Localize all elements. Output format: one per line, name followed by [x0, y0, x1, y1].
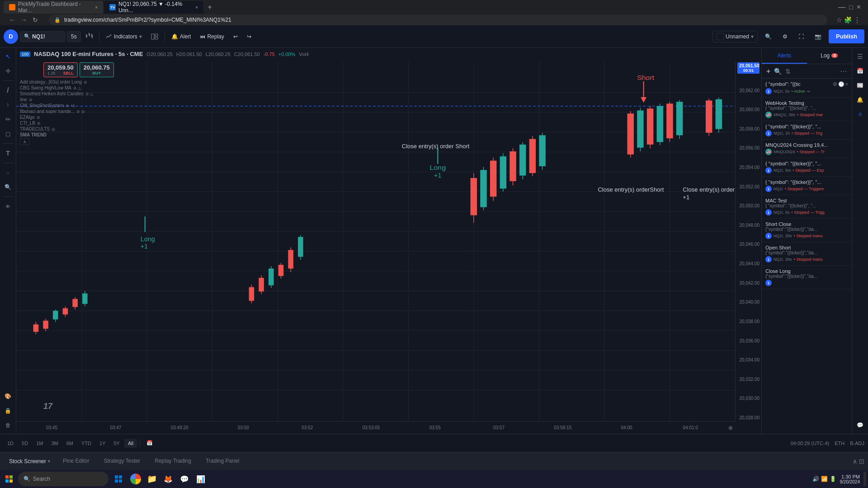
- extensions-icon[interactable]: 🧩: [844, 16, 852, 23]
- tab-strategy-tester[interactable]: Strategy Tester: [97, 454, 147, 469]
- right-alerts-bell-icon[interactable]: 🔔: [854, 93, 867, 107]
- watchlist-tool[interactable]: 👁: [1, 200, 15, 213]
- indicator-collapse[interactable]: ∧: [20, 138, 93, 145]
- shapes-tool[interactable]: ◻: [1, 127, 15, 141]
- buy-price-box[interactable]: 20,060.75 BUY: [80, 62, 114, 77]
- taskbar-view-button[interactable]: [111, 472, 126, 486]
- alert-item-4[interactable]: MNQU2024 Crossing 19,4... 🇺🇸 MNQU2024 • …: [762, 140, 852, 158]
- alert-1-settings-icon[interactable]: ⚙: [833, 81, 837, 87]
- indicators-button[interactable]: Indicators ▾: [102, 31, 146, 42]
- tab-pine-editor[interactable]: Pine Editor: [56, 454, 97, 469]
- new-tab-button[interactable]: +: [204, 2, 215, 13]
- minimize-btn[interactable]: —: [838, 3, 845, 11]
- taskbar-search[interactable]: 🔍 Search: [18, 472, 108, 486]
- sell-price-box[interactable]: 20,059.50 1.25 SELL: [43, 62, 78, 77]
- lock-tool[interactable]: 🔒: [1, 404, 15, 418]
- chart-type-button[interactable]: [83, 30, 96, 43]
- tab-replay-trading[interactable]: Replay Trading: [147, 454, 198, 469]
- text-tool[interactable]: T: [1, 146, 15, 160]
- alert-item-1[interactable]: { "symbol": "{{tic ⚙ 🕐 × 1 NQ1!, 5s • Ac…: [762, 79, 852, 98]
- taskbar-chrome-icon[interactable]: [130, 474, 141, 484]
- taskbar-app1-icon[interactable]: 🦊: [161, 472, 175, 486]
- maximize-btn[interactable]: □: [849, 4, 853, 11]
- unnamed-layout-button[interactable]: Unnamed ▾: [712, 31, 758, 42]
- taskbar-app2-icon[interactable]: 💬: [177, 472, 192, 486]
- menu-icon[interactable]: ⋮: [854, 16, 861, 24]
- taskbar-explorer-icon[interactable]: 📁: [145, 472, 159, 486]
- close-btn[interactable]: ×: [857, 3, 861, 11]
- alert-item-6[interactable]: { "symbol": "{{ticker}}", "... 1 NQ1! • …: [762, 177, 852, 195]
- tab-stock-screener[interactable]: Stock Screener ▾: [4, 455, 56, 468]
- trash-tool[interactable]: 🗑: [1, 418, 15, 432]
- zoom-tool[interactable]: 🔍: [1, 180, 15, 194]
- refresh-button[interactable]: ↻: [31, 15, 40, 24]
- search-alerts-button[interactable]: 🔍: [773, 67, 783, 76]
- period-6m[interactable]: 6M: [63, 439, 77, 448]
- right-calendar-icon[interactable]: 📅: [854, 64, 867, 78]
- start-button[interactable]: [2, 472, 16, 486]
- right-news-icon[interactable]: 📰: [854, 79, 867, 92]
- alert-1-delete-icon[interactable]: ×: [845, 81, 848, 87]
- period-3m[interactable]: 3M: [47, 439, 61, 448]
- tab-alerts[interactable]: Alerts: [762, 48, 807, 64]
- tab-2[interactable]: TV NQ1! 20,060.75 ▼ -0.14% Unn... ×: [104, 1, 203, 14]
- right-panel-active-icon[interactable]: ≡: [854, 108, 867, 121]
- fullscreen-toolbar-button[interactable]: ⛶: [795, 31, 807, 42]
- period-ytd[interactable]: YTD: [78, 439, 95, 448]
- right-chat-icon[interactable]: 💬: [854, 418, 867, 432]
- layout-button[interactable]: [147, 31, 162, 42]
- add-alert-button[interactable]: +: [765, 66, 771, 76]
- alert-item-8[interactable]: Short Close {"symbol":"{{ticker}}","da..…: [762, 219, 852, 242]
- filter-alerts-button[interactable]: ⇅: [784, 67, 792, 76]
- alert-item-5[interactable]: { "symbol": "{{ticker}}", "... 1 NQ1!, 5…: [762, 158, 852, 177]
- back-button[interactable]: ←: [7, 15, 17, 24]
- stock-screener-dropdown-icon[interactable]: ▾: [48, 459, 50, 464]
- alert-item-3[interactable]: { "symbol": "{{ticker}}", "... 1 NQ1!, 1…: [762, 121, 852, 140]
- period-all[interactable]: All: [124, 439, 137, 448]
- expand-bottom-button[interactable]: ⊡: [859, 458, 864, 465]
- undo-button[interactable]: ↩: [230, 31, 241, 42]
- crosshair-tool[interactable]: ✛: [1, 64, 15, 78]
- collapse-bottom-button[interactable]: ∧: [853, 458, 857, 465]
- alert-button[interactable]: 🔔 Alert: [168, 31, 195, 42]
- publish-button[interactable]: Publish: [829, 29, 864, 43]
- search-toolbar-button[interactable]: 🔍: [761, 31, 775, 42]
- tab-1-close[interactable]: ×: [95, 5, 98, 10]
- period-1d[interactable]: 1D: [4, 439, 17, 448]
- tab-2-close[interactable]: ×: [195, 5, 198, 10]
- settings-toolbar-button[interactable]: ⚙: [779, 31, 791, 42]
- paint-tool[interactable]: 🎨: [1, 389, 15, 403]
- alert-1-history-icon[interactable]: 🕐: [838, 81, 844, 87]
- trendline-tool[interactable]: /: [1, 84, 15, 97]
- star-icon[interactable]: ☆: [836, 16, 842, 23]
- brush-tool[interactable]: ✏: [1, 113, 15, 126]
- redo-button[interactable]: ↪: [243, 31, 255, 42]
- show-desktop-button[interactable]: [863, 472, 866, 486]
- fibonacci-tool[interactable]: ⌇: [1, 98, 15, 112]
- taskbar-app3-icon[interactable]: 📊: [193, 472, 208, 486]
- snapshot-toolbar-button[interactable]: 📷: [811, 31, 825, 42]
- period-1m[interactable]: 1M: [33, 439, 47, 448]
- period-5y[interactable]: 5Y: [110, 439, 123, 448]
- alert-item-7[interactable]: MAC Test { "symbol": "{{ticker}}", "... …: [762, 195, 852, 219]
- forward-button[interactable]: →: [19, 15, 29, 24]
- address-bar[interactable]: 🔒 tradingview.com/chart/SmPmBPr2/?symbol…: [49, 14, 827, 25]
- right-watchlist-icon[interactable]: ☰: [854, 50, 867, 63]
- more-alerts-button[interactable]: ⋯: [839, 66, 848, 76]
- tab-log[interactable]: Log 8: [807, 48, 852, 64]
- period-5d[interactable]: 5D: [18, 439, 32, 448]
- period-1y[interactable]: 1Y: [96, 439, 109, 448]
- alert-item-10[interactable]: Close Long {"symbol":"{{ticker}}","da...…: [762, 266, 852, 289]
- tab-trading-panel[interactable]: Trading Panel: [198, 454, 246, 469]
- cursor-tool[interactable]: ↖: [1, 50, 15, 63]
- tv-logo[interactable]: D: [4, 29, 18, 44]
- calendar-range-button[interactable]: 📅: [143, 438, 156, 448]
- timeframe-button[interactable]: 5s: [67, 31, 81, 42]
- alert-item-2[interactable]: WebHook Testing { "symbol": "{{ticker}}"…: [762, 98, 852, 121]
- tab-1[interactable]: PickMyTrade Dashboard - Mar... ×: [4, 1, 103, 14]
- measure-tool[interactable]: ↔: [1, 166, 15, 179]
- symbol-search[interactable]: 🔍 NQ1!: [20, 31, 65, 42]
- replay-button[interactable]: ⏮ Replay: [196, 31, 227, 42]
- alert-item-9[interactable]: Open Short {"symbol":"{{ticker}}","da...…: [762, 242, 852, 266]
- time-scale-expand[interactable]: ⊕: [726, 425, 735, 431]
